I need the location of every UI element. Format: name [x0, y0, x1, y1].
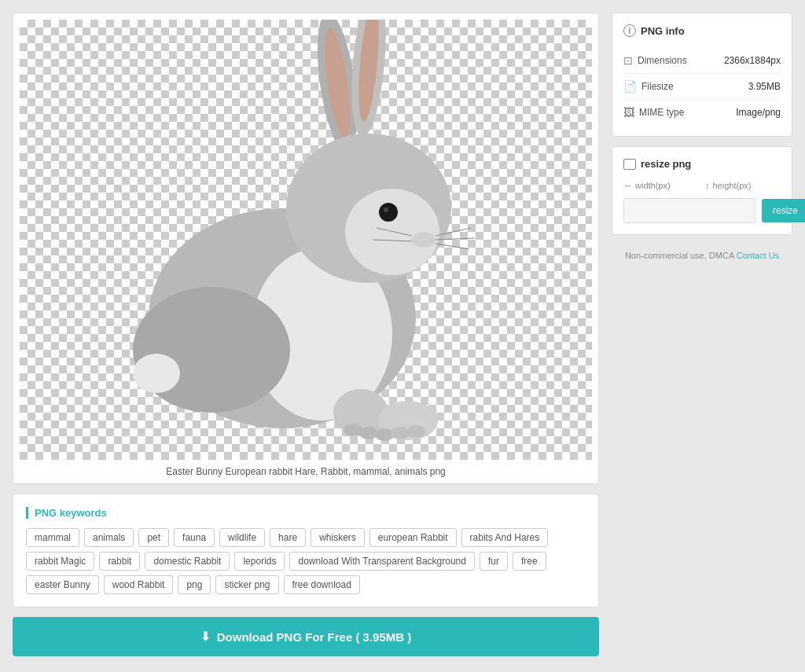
- keyword-tag[interactable]: free: [513, 552, 546, 571]
- width-label: ↔ width(px): [623, 181, 699, 190]
- svg-point-8: [379, 203, 398, 222]
- keyword-tag[interactable]: leporids: [234, 552, 285, 571]
- mime-value: Image/png: [736, 107, 781, 118]
- svg-point-9: [384, 207, 388, 212]
- keyword-tag[interactable]: hare: [270, 528, 306, 547]
- svg-point-7: [345, 189, 439, 275]
- image-preview-bg: [20, 20, 592, 460]
- resize-button[interactable]: resize: [762, 199, 805, 222]
- resize-title: resize png: [623, 158, 781, 170]
- height-label: ↕ height(px): [705, 181, 781, 190]
- dimensions-row: ⊡ Dimensions 2366x1884px: [623, 48, 781, 74]
- keyword-tag[interactable]: download With Transparent Background: [289, 552, 474, 571]
- mime-row: 🖼 MIME type Image/png: [623, 100, 781, 125]
- info-card-title: i PNG info: [623, 24, 781, 37]
- keyword-tag[interactable]: whiskers: [311, 528, 365, 547]
- svg-line-13: [436, 244, 469, 249]
- keyword-tag[interactable]: mammal: [26, 528, 79, 547]
- dimensions-label: ⊡ Dimensions: [623, 54, 687, 67]
- keyword-tag[interactable]: free download: [284, 575, 360, 594]
- resize-inputs: ↔ width(px) ↕ height(px): [623, 181, 781, 190]
- left-panel: Easter Bunny European rabbit Hare, Rabbi…: [13, 13, 599, 656]
- keyword-tag[interactable]: wood Rabbit: [104, 575, 174, 594]
- svg-point-22: [406, 425, 425, 438]
- dimensions-icon: ⊡: [623, 54, 633, 67]
- resize-card: resize png ↔ width(px) ↕ height(px): [612, 146, 792, 235]
- height-icon: ↕: [705, 181, 710, 190]
- keyword-tag[interactable]: png: [178, 575, 211, 594]
- resize-width-input[interactable]: [623, 198, 755, 223]
- mime-icon: 🖼: [623, 106, 634, 119]
- dimensions-value: 2366x1884px: [724, 55, 781, 66]
- rabbit-image: [109, 20, 502, 460]
- svg-point-10: [412, 232, 436, 248]
- svg-point-23: [133, 287, 290, 413]
- keyword-tag[interactable]: easter Bunny: [26, 575, 99, 594]
- mime-label: 🖼 MIME type: [623, 106, 684, 119]
- download-icon: ⬇: [200, 630, 211, 644]
- filesize-row: 📄 Filesize 3.95MB: [623, 74, 781, 100]
- keywords-grid: mammalanimalspetfaunawildlifeharewhisker…: [26, 528, 586, 594]
- right-panel: i PNG info ⊡ Dimensions 2366x1884px 📄 Fi…: [612, 13, 792, 656]
- resize-icon: [623, 159, 636, 170]
- width-group: ↔ width(px): [623, 181, 699, 190]
- keyword-tag[interactable]: sticker png: [215, 575, 278, 594]
- info-card: i PNG info ⊡ Dimensions 2366x1884px 📄 Fi…: [612, 13, 792, 137]
- contact-us-link[interactable]: Contact Us: [737, 251, 779, 260]
- svg-point-24: [133, 354, 180, 393]
- keyword-tag[interactable]: rabbit Magic: [26, 552, 94, 571]
- resize-row: resize: [623, 198, 781, 223]
- non-commercial-notice: Non-commercial use, DMCA Contact Us: [612, 244, 792, 266]
- info-icon: i: [623, 24, 636, 37]
- keyword-tag[interactable]: domestic Rabbit: [145, 552, 230, 571]
- keyword-tag[interactable]: wildlife: [219, 528, 265, 547]
- keyword-tag[interactable]: pet: [138, 528, 169, 547]
- height-group: ↕ height(px): [705, 181, 781, 190]
- keyword-tag[interactable]: rabbit: [99, 552, 140, 571]
- width-icon: ↔: [623, 181, 632, 190]
- keyword-tag[interactable]: rabits And Hares: [461, 528, 549, 547]
- download-button-label: Download PNG For Free ( 3.95MB ): [217, 630, 412, 644]
- download-button[interactable]: ⬇ Download PNG For Free ( 3.95MB ): [13, 617, 599, 656]
- filesize-icon: 📄: [623, 80, 637, 93]
- keyword-tag[interactable]: european Rabbit: [369, 528, 457, 547]
- keyword-tag[interactable]: animals: [84, 528, 134, 547]
- keywords-title: PNG keywords: [26, 507, 586, 519]
- keyword-tag[interactable]: fauna: [174, 528, 215, 547]
- image-container: Easter Bunny European rabbit Hare, Rabbi…: [13, 13, 599, 484]
- image-caption: Easter Bunny European rabbit Hare, Rabbi…: [166, 466, 446, 477]
- filesize-label: 📄 Filesize: [623, 80, 674, 93]
- keywords-section: PNG keywords mammalanimalspetfaunawildli…: [13, 494, 599, 608]
- keyword-tag[interactable]: fur: [480, 552, 508, 571]
- filesize-value: 3.95MB: [748, 81, 781, 92]
